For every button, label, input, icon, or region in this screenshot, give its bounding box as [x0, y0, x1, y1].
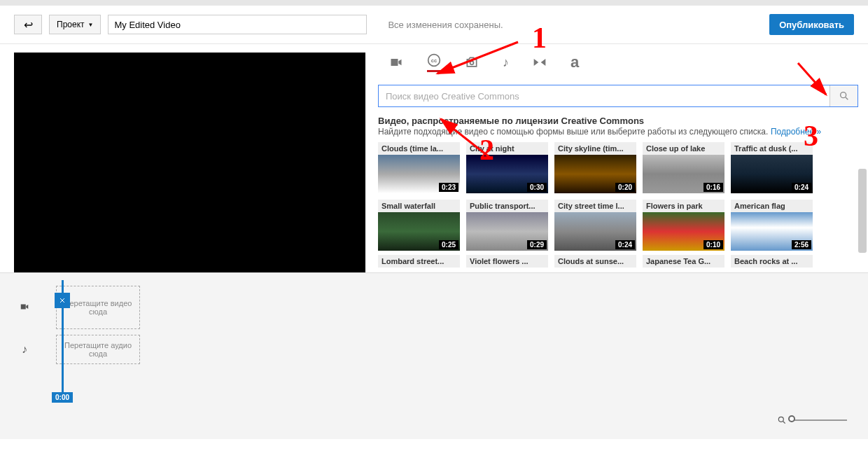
- video-item-title: Flowers in park: [643, 200, 724, 212]
- timeline-time: 0:00: [52, 392, 73, 403]
- video-duration: 0:16: [704, 183, 723, 192]
- annotation-3: 3: [804, 119, 818, 153]
- video-item[interactable]: Small waterfall 0:25: [378, 200, 460, 251]
- timeline: Перетащите видео сюда ♪ Перетащите аудио…: [0, 272, 868, 439]
- music-note-icon: ♪: [503, 55, 509, 70]
- audio-track-icon: ♪: [14, 343, 35, 356]
- video-item-title[interactable]: Japanese Tea G...: [643, 255, 724, 268]
- project-label: Проект: [57, 20, 85, 29]
- text-a-icon: a: [570, 53, 579, 71]
- publish-button[interactable]: Опубликовать: [769, 14, 854, 35]
- video-item-title: City at night: [466, 142, 548, 155]
- video-item-title: Close up of lake: [643, 142, 724, 155]
- video-item-title: American flag: [731, 200, 813, 212]
- cc-title: Видео, распространяемые по лицензии Crea…: [378, 116, 858, 126]
- search-container: [378, 85, 858, 107]
- video-item-title[interactable]: Clouds at sunse...: [554, 255, 636, 268]
- video-thumbnail: 0:24: [554, 212, 636, 251]
- camera-icon: [465, 55, 479, 69]
- video-item-title: Small waterfall: [378, 200, 460, 212]
- video-duration: 0:30: [527, 183, 547, 192]
- video-grid-partial: Lombard street...Violet flowers ...Cloud…: [378, 255, 858, 268]
- video-item[interactable]: Close up of lake 0:16: [643, 142, 724, 193]
- transition-icon: [533, 55, 547, 69]
- video-thumbnail: 0:23: [378, 155, 460, 193]
- zoom-slider[interactable]: [791, 419, 847, 421]
- cc-description: Видео, распространяемые по лицензии Crea…: [378, 116, 858, 137]
- chevron-down-icon: ▼: [88, 22, 94, 28]
- video-thumbnail: 0:16: [643, 155, 724, 193]
- search-input[interactable]: [379, 85, 830, 106]
- video-duration: 0:25: [439, 240, 458, 249]
- video-item-title[interactable]: Beach rocks at ...: [731, 255, 813, 268]
- video-duration: 0:10: [704, 240, 723, 249]
- audio-drop-zone[interactable]: Перетащите аудио сюда: [56, 335, 140, 364]
- video-thumbnail: 2:56: [731, 212, 813, 251]
- video-title-input[interactable]: [108, 15, 367, 34]
- video-camera-icon: [389, 55, 403, 69]
- svg-point-4: [778, 417, 783, 422]
- search-icon: [839, 90, 850, 102]
- video-thumbnail: 0:10: [643, 212, 724, 251]
- zoom-control[interactable]: [777, 415, 847, 425]
- video-item-title: Clouds (time la...: [378, 142, 460, 155]
- svg-point-3: [840, 92, 846, 98]
- video-duration: 0:24: [615, 240, 635, 249]
- video-item-title[interactable]: Violet flowers ...: [466, 255, 548, 268]
- header: ↩ Проект ▼ Все изменения сохранены. Опуб…: [0, 6, 868, 44]
- save-status: Все изменения сохранены.: [388, 20, 503, 30]
- video-item[interactable]: Clouds (time la... 0:23: [378, 142, 460, 193]
- scrollbar-vertical[interactable]: [858, 169, 867, 253]
- video-item-title[interactable]: Lombard street...: [378, 255, 460, 268]
- tab-audio[interactable]: ♪: [503, 53, 509, 72]
- video-preview[interactable]: [14, 53, 365, 272]
- video-duration: 0:23: [439, 183, 458, 192]
- video-duration: 0:24: [792, 183, 811, 192]
- tab-video[interactable]: [389, 53, 403, 72]
- video-item[interactable]: Public transport... 0:29: [466, 200, 548, 251]
- annotation-2: 2: [479, 133, 494, 167]
- video-item-title: City street time l...: [554, 200, 636, 212]
- cc-subtitle: Найдите подходящие видео с помощью формы…: [378, 127, 768, 137]
- svg-text:cc: cc: [431, 57, 437, 64]
- zoom-icon: [777, 415, 787, 425]
- video-thumbnail: 0:30: [466, 155, 548, 193]
- tab-transitions[interactable]: [533, 53, 547, 72]
- video-track-icon: [14, 302, 35, 314]
- video-item[interactable]: City at night 0:30: [466, 142, 548, 193]
- video-thumbnail: 0:25: [378, 212, 460, 251]
- video-thumbnail: 0:20: [554, 155, 636, 193]
- video-item[interactable]: City street time l... 0:24: [554, 200, 636, 251]
- video-duration: 0:29: [527, 240, 547, 249]
- video-item[interactable]: Traffic at dusk (... 0:24: [731, 142, 813, 193]
- tab-photos[interactable]: [465, 53, 479, 72]
- tab-text[interactable]: a: [570, 53, 579, 72]
- svg-point-2: [470, 61, 474, 64]
- media-tabs: cc ♪ a: [378, 53, 858, 72]
- playhead-handle[interactable]: [55, 293, 70, 308]
- video-grid: Clouds (time la... 0:23 City at night 0:…: [378, 142, 858, 251]
- annotation-1: 1: [532, 21, 547, 55]
- video-duration: 2:56: [792, 240, 811, 249]
- video-item[interactable]: City skyline (tim... 0:20: [554, 142, 636, 193]
- video-item-title: Traffic at dusk (...: [731, 142, 813, 155]
- video-thumbnail: 0:29: [466, 212, 548, 251]
- video-duration: 0:20: [615, 183, 635, 192]
- zoom-handle[interactable]: [788, 415, 795, 422]
- tab-creative-commons[interactable]: cc: [427, 53, 441, 72]
- project-dropdown[interactable]: Проект ▼: [49, 15, 101, 34]
- video-item-title: Public transport...: [466, 200, 548, 212]
- cc-icon: cc: [427, 53, 441, 67]
- video-thumbnail: 0:24: [731, 155, 813, 193]
- video-item[interactable]: American flag 2:56: [731, 200, 813, 251]
- video-item[interactable]: Flowers in park 0:10: [643, 200, 724, 251]
- video-item-title: City skyline (tim...: [554, 142, 636, 155]
- search-button[interactable]: [830, 85, 858, 106]
- back-button[interactable]: ↩: [14, 15, 42, 34]
- scissors-icon: [58, 296, 66, 305]
